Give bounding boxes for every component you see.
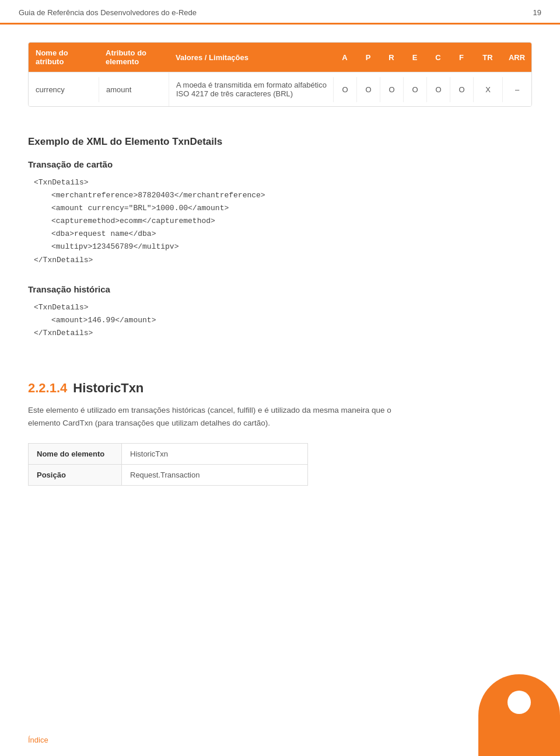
- code-line-4: <capturemethod>ecomm</capturemethod>: [34, 215, 532, 228]
- cell-valores: A moeda é transmitida em formato alfabét…: [169, 72, 333, 106]
- col-header-valores: Valores / Limitações: [169, 47, 333, 68]
- code-line-1: <TxnDetails>: [34, 176, 532, 189]
- card-code-block: <TxnDetails> <merchantreference>87820403…: [28, 176, 532, 267]
- cell-atributo: currency: [29, 77, 99, 102]
- section-2214-heading-row: 2.2.1.4 HistoricTxn: [28, 381, 532, 396]
- cell-elemento: amount: [99, 77, 169, 102]
- page-footer[interactable]: Índice: [28, 736, 48, 744]
- info-label-2: Posição: [29, 465, 122, 486]
- info-table-row-2: Posição Request.Transaction: [29, 465, 308, 486]
- example-section-title: Exemplo de XML do Elemento TxnDetails: [28, 136, 532, 148]
- col-header-arr: ARR: [502, 47, 531, 68]
- table-row: currency amount A moeda é transmitida em…: [29, 72, 531, 106]
- historic-subtitle: Transação histórica: [28, 284, 532, 294]
- hist-code-line-3: </TxnDetails>: [34, 327, 532, 340]
- section-body-text: Este elemento é utilizado em transações …: [28, 404, 401, 429]
- code-line-5: <dba>request name</dba>: [34, 228, 532, 241]
- table-header: Nome do atributo Atributo do elemento Va…: [29, 43, 531, 72]
- header-title: Guia de Referência dos Desenvolvedores d…: [19, 8, 197, 17]
- col-header-c: C: [426, 47, 450, 68]
- cell-e: O: [403, 77, 426, 102]
- col-header-a: A: [333, 47, 356, 68]
- main-content: Nome do atributo Atributo do elemento Va…: [0, 25, 560, 527]
- hist-code-line-2: <amount>146.99</amount>: [34, 314, 532, 327]
- cell-f: O: [450, 77, 473, 102]
- col-header-tr: TR: [473, 47, 502, 68]
- page-header: Guia de Referência dos Desenvolvedores d…: [0, 0, 560, 25]
- cell-a: O: [333, 77, 356, 102]
- code-line-3: <amount currency="BRL">1000.00</amount>: [34, 202, 532, 215]
- cell-tr: X: [473, 77, 502, 102]
- cell-r: O: [380, 77, 403, 102]
- cell-arr: –: [502, 77, 531, 102]
- col-header-f: F: [450, 47, 473, 68]
- col-header-elemento: Atributo do elemento: [99, 43, 169, 72]
- code-line-2: <merchantreference>87820403</merchantref…: [34, 189, 532, 202]
- footer-label[interactable]: Índice: [28, 736, 48, 744]
- card-subtitle: Transação de cartão: [28, 159, 532, 169]
- section-number: 2.2.1.4: [28, 381, 67, 396]
- info-label-1: Nome do elemento: [29, 444, 122, 465]
- code-line-6: <multipv>123456789</multipv>: [34, 241, 532, 253]
- cell-c: O: [426, 77, 450, 102]
- section-heading-label: HistoricTxn: [73, 381, 144, 396]
- col-header-e: E: [403, 47, 426, 68]
- deco-circle-inner: [508, 691, 531, 714]
- info-table: Nome do elemento HistoricTxn Posição Req…: [28, 443, 308, 486]
- col-header-p: P: [356, 47, 380, 68]
- cell-p: O: [356, 77, 380, 102]
- hist-code-line-1: <TxnDetails>: [34, 301, 532, 314]
- col-header-r: R: [380, 47, 403, 68]
- info-value-1: HistoricTxn: [122, 444, 308, 465]
- info-value-2: Request.Transaction: [122, 465, 308, 486]
- page-number: 19: [533, 8, 541, 17]
- info-table-row-1: Nome do elemento HistoricTxn: [29, 444, 308, 465]
- attributes-table: Nome do atributo Atributo do elemento Va…: [28, 42, 532, 107]
- code-line-7: </TxnDetails>: [34, 254, 532, 267]
- col-header-atributo: Nome do atributo: [29, 43, 99, 72]
- deco-circle: [478, 674, 560, 756]
- historic-code-block: <TxnDetails> <amount>146.99</amount> </T…: [28, 301, 532, 340]
